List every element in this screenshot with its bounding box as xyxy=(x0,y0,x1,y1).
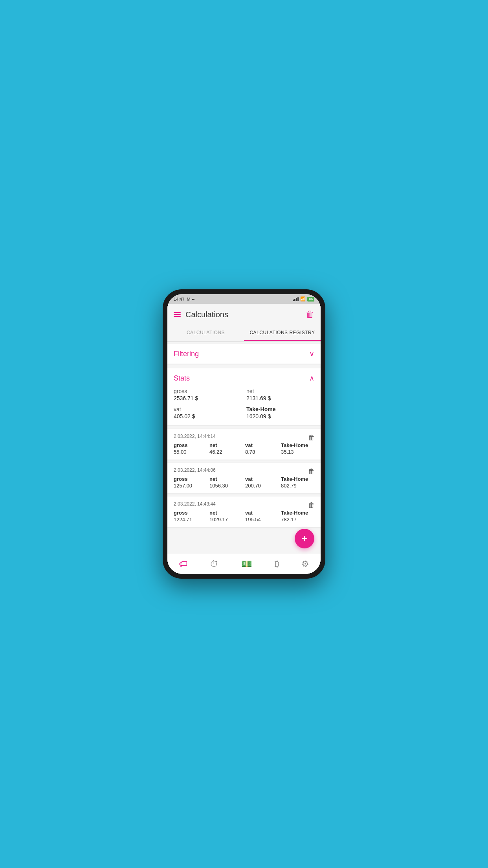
stats-section: Stats ∧ gross 2536.71 $ net 2131.69 $ xyxy=(167,368,321,425)
content-area: Filtering ∨ Stats ∧ gross 2536.71 $ xyxy=(167,342,321,554)
phone-screen: 14:47 M •• 📶 96 xyxy=(167,294,321,574)
menu-icon[interactable] xyxy=(174,312,181,317)
wifi-icon: 📶 xyxy=(300,296,306,302)
nav-bitcoin[interactable]: ₿ xyxy=(271,557,283,571)
entry-3-date: 2.03.2022, 14:43:44 xyxy=(174,501,314,507)
nav-speedometer[interactable]: ⏱ xyxy=(206,557,222,571)
stat-gross: gross 2536.71 $ xyxy=(174,388,242,401)
entry-2-net: net 1056.30 xyxy=(209,476,243,489)
entry-1-grid: gross 55.00 net 46.22 vat 8.78 Take-Ho xyxy=(174,442,314,455)
entry-2-vat: vat 200.70 xyxy=(245,476,279,489)
tab-calculations[interactable]: CALCULATIONS xyxy=(167,325,244,341)
signal-icon xyxy=(293,297,299,301)
phone-device: 14:47 M •• 📶 96 xyxy=(163,289,325,579)
status-bar: 14:47 M •• 📶 96 xyxy=(167,294,321,304)
speedometer-icon: ⏱ xyxy=(210,559,218,569)
tab-calculations-registry[interactable]: CALCULATIONS REGISTRY xyxy=(244,325,321,341)
filtering-title: Filtering xyxy=(174,350,199,358)
toolbar-left: Calculations xyxy=(174,310,228,319)
nav-settings[interactable]: ⚙ xyxy=(297,557,313,571)
entry-2: 2.03.2022, 14:44:06 🗑 gross 1257.00 net … xyxy=(167,463,321,493)
entry-1-delete-button[interactable]: 🗑 xyxy=(308,434,315,442)
entry-3: 2.03.2022, 14:43:44 🗑 gross 1224.71 net … xyxy=(167,497,321,527)
stat-takehome: Take-Home 1620.09 $ xyxy=(246,406,314,419)
entry-1-date: 2.03.2022, 14:44:14 xyxy=(174,434,314,439)
app-screen: Calculations 🗑 CALCULATIONS CALCULATIONS… xyxy=(167,304,321,574)
filtering-section: Filtering ∨ xyxy=(167,344,321,364)
stats-title: Stats xyxy=(174,374,190,383)
nav-tag[interactable]: 🏷 xyxy=(175,557,191,571)
entry-3-gross: gross 1224.71 xyxy=(174,510,207,522)
entry-2-delete-button[interactable]: 🗑 xyxy=(308,467,315,476)
entry-2-date: 2.03.2022, 14:44:06 xyxy=(174,467,314,473)
status-icons: 📶 96 xyxy=(293,296,314,302)
entry-1: 2.03.2022, 14:44:14 🗑 gross 55.00 net 46… xyxy=(167,429,321,460)
entry-1-takehome: Take-Home 35.13 xyxy=(281,442,314,455)
entry-3-grid: gross 1224.71 net 1029.17 vat 195.54 T xyxy=(174,510,314,522)
battery-icon: 96 xyxy=(307,297,314,302)
stat-net: net 2131.69 $ xyxy=(246,388,314,401)
tag-icon: 🏷 xyxy=(179,559,187,569)
entry-1-vat: vat 8.78 xyxy=(245,442,279,455)
entry-1-net: net 46.22 xyxy=(209,442,243,455)
entry-2-takehome: Take-Home 802.79 xyxy=(281,476,314,489)
stats-grid: gross 2536.71 $ net 2131.69 $ vat 405.02… xyxy=(174,388,314,419)
entry-3-vat: vat 195.54 xyxy=(245,510,279,522)
entry-2-gross: gross 1257.00 xyxy=(174,476,207,489)
entry-3-takehome: Take-Home 782.17 xyxy=(281,510,314,522)
stats-chevron-icon: ∧ xyxy=(309,374,314,383)
tabs-bar: CALCULATIONS CALCULATIONS REGISTRY xyxy=(167,325,321,342)
app-toolbar: Calculations 🗑 xyxy=(167,304,321,325)
settings-icon: ⚙ xyxy=(301,559,309,569)
status-time: 14:47 M •• xyxy=(174,297,194,302)
entry-3-net: net 1029.17 xyxy=(209,510,243,522)
entry-1-gross: gross 55.00 xyxy=(174,442,207,455)
filtering-chevron-icon: ∨ xyxy=(309,349,314,358)
stat-vat: vat 405.02 $ xyxy=(174,406,242,419)
bottom-nav: 🏷 ⏱ 💵 ₿ ⚙ xyxy=(167,554,321,574)
entry-3-delete-button[interactable]: 🗑 xyxy=(308,501,315,509)
money-icon: 💵 xyxy=(241,559,252,569)
filtering-header[interactable]: Filtering ∨ xyxy=(174,349,314,358)
delete-all-button[interactable]: 🗑 xyxy=(306,309,314,320)
nav-money[interactable]: 💵 xyxy=(237,557,256,571)
app-title: Calculations xyxy=(185,310,228,319)
add-calculation-fab[interactable]: + xyxy=(295,529,314,548)
stats-header[interactable]: Stats ∧ xyxy=(174,374,314,383)
entry-2-grid: gross 1257.00 net 1056.30 vat 200.70 T xyxy=(174,476,314,489)
bitcoin-icon: ₿ xyxy=(275,559,279,569)
